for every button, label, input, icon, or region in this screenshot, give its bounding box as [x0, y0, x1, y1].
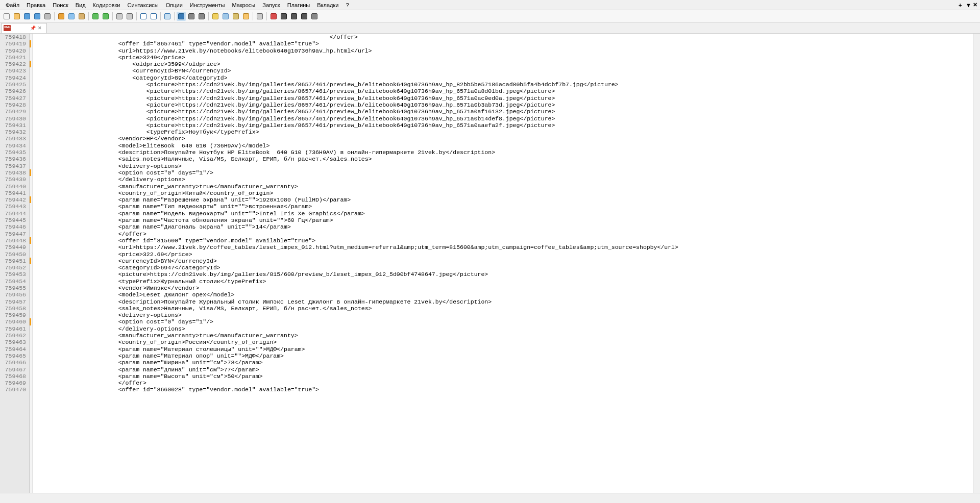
code-line[interactable]: <param name="Тип видеокарты" unit="">вст… [34, 203, 980, 210]
code-line[interactable]: </delivery-options> [34, 325, 980, 332]
code-line[interactable]: <param name="Частота обновления экрана" … [34, 217, 980, 223]
zoom-out-icon[interactable] [149, 12, 158, 21]
code-line[interactable]: <manufacturer_warranty>true</manufacture… [34, 332, 980, 339]
play-multi-icon[interactable] [300, 12, 309, 21]
menu-?[interactable]: ? [342, 1, 352, 9]
menu-опции[interactable]: Опции [162, 1, 186, 9]
code-line[interactable]: <url>https://www.21vek.by/notebooks/elit… [34, 47, 980, 54]
window-dropdown-button[interactable]: ▼ [964, 2, 971, 8]
lang-icon[interactable] [211, 12, 220, 21]
doc-map-icon[interactable] [221, 12, 230, 21]
code-line[interactable]: <picture>https://cdn21vek.by/img/galleri… [34, 115, 980, 122]
code-line[interactable]: <picture>https://cdn21vek.by/img/galleri… [34, 102, 980, 108]
indent-guide-icon[interactable] [197, 12, 206, 21]
paste-icon[interactable] [77, 12, 86, 21]
code-line[interactable]: <param name="Разрешение экрана" unit="">… [34, 196, 980, 203]
new-file-icon[interactable] [2, 12, 11, 21]
code-line[interactable]: </delivery-options> [34, 176, 980, 183]
zoom-in-icon[interactable] [139, 12, 148, 21]
menu-вид[interactable]: Вид [72, 1, 89, 9]
code-line[interactable]: <description>Покупайте Ноутбук HP EliteB… [34, 149, 980, 156]
menu-кодировки[interactable]: Кодировки [89, 1, 124, 9]
code-line[interactable]: <param name="Длина" unit="см">77</param> [34, 366, 980, 373]
monitor-icon[interactable] [255, 12, 264, 21]
code-line[interactable]: <model>EliteBook 640 G10 (736H9AV)</mode… [34, 142, 980, 149]
code-line[interactable]: <country_of_origin>Китай</country_of_ori… [34, 190, 980, 196]
find-icon[interactable] [115, 12, 124, 21]
func-list-icon[interactable] [231, 12, 240, 21]
code-line[interactable]: </offer> [34, 34, 980, 40]
open-file-icon[interactable] [12, 12, 21, 21]
code-line[interactable]: </offer> [34, 231, 980, 237]
code-line[interactable]: <picture>https://cdn21vek.by/img/galleri… [34, 95, 980, 102]
code-line[interactable]: <offer id="8657461" type="vendor.model" … [34, 40, 980, 47]
menu-инструменты[interactable]: Инструменты [186, 1, 229, 9]
menu-правка[interactable]: Правка [23, 1, 49, 9]
print-icon[interactable] [43, 12, 52, 21]
code-line[interactable]: <sales_notes>Наличные, Visa/MS, Белкарт,… [34, 156, 980, 162]
code-line[interactable]: <param name="Модель видеокарты" unit="">… [34, 210, 980, 217]
play-icon[interactable] [289, 12, 299, 21]
code-line[interactable]: <oldprice>3599</oldprice> [34, 61, 980, 67]
code-line[interactable]: <param name="Ширина" unit="см">78</param… [34, 359, 980, 366]
code-line[interactable]: <option cost="0" days="1"/> [34, 169, 980, 176]
menu-поиск[interactable]: Поиск [49, 1, 71, 9]
save-icon[interactable] [22, 12, 32, 21]
code-line[interactable]: <categoryId>6947</categoryId> [34, 264, 980, 271]
menu-плагины[interactable]: Плагины [284, 1, 314, 9]
undo-icon[interactable] [91, 12, 100, 21]
code-line[interactable]: <typePrefix>Журнальный столик</typePrefi… [34, 278, 980, 285]
wrap-icon[interactable] [177, 12, 186, 21]
code-line[interactable]: <param name="Материал столешницы" unit="… [34, 346, 980, 353]
code-line[interactable]: <offer id="8660028" type="vendor.model" … [34, 386, 980, 393]
code-line[interactable]: <currencyId>BYN</currencyId> [34, 258, 980, 264]
code-line[interactable]: <manufacturer_warranty>true</manufacture… [34, 183, 980, 190]
code-line[interactable]: <param name="Материал опор" unit="">МДФ<… [34, 353, 980, 359]
code-line[interactable]: <picture>https://cdn21vek.by/img/galleri… [34, 271, 980, 278]
code-line[interactable]: <param name="Диагональ экрана" unit="">1… [34, 223, 980, 230]
redo-icon[interactable] [101, 12, 110, 21]
code-line[interactable]: <picture>https://cdn21vek.by/img/galleri… [34, 122, 980, 129]
code-line[interactable]: <sales_notes>Наличные, Visa/MS, Белкарт,… [34, 305, 980, 312]
replace-icon[interactable] [125, 12, 134, 21]
window-close-button[interactable]: ✕ [971, 2, 978, 8]
save-all-icon[interactable] [33, 12, 42, 21]
vertical-scrollbar[interactable] [973, 34, 980, 493]
code-line[interactable]: <typePrefix>Ноутбук</typePrefix> [34, 129, 980, 135]
record-icon[interactable] [269, 12, 278, 21]
stop-icon[interactable] [279, 12, 288, 21]
code-line[interactable]: <vendor>Импэкс</vendor> [34, 285, 980, 291]
code-line[interactable]: </offer> [34, 380, 980, 386]
code-line[interactable]: <offer id="815600" type="vendor.model" a… [34, 237, 980, 244]
copy-icon[interactable] [67, 12, 76, 21]
menu-макросы[interactable]: Макросы [228, 1, 259, 9]
code-line[interactable]: <model>Leset Джилонг орех</model> [34, 291, 980, 298]
menu-файл[interactable]: Файл [2, 1, 23, 9]
sync-scroll-icon[interactable] [163, 12, 172, 21]
code-line[interactable]: <delivery-options> [34, 312, 980, 318]
folder-icon[interactable] [241, 12, 251, 21]
code-line[interactable]: <price>322.69</price> [34, 251, 980, 258]
code-line[interactable]: <picture>https://cdn21vek.by/img/galleri… [34, 88, 980, 94]
code-line[interactable]: <param name="Высота" unit="см">50</param… [34, 373, 980, 380]
code-line[interactable]: <currencyId>BYN</currencyId> [34, 67, 980, 74]
file-tab[interactable]: 📌 ✕ [1, 23, 47, 33]
code-line[interactable]: <option cost="0" days="1"/> [34, 318, 980, 325]
window-plus-button[interactable]: + [957, 2, 964, 8]
code-line[interactable]: <delivery-options> [34, 163, 980, 169]
tab-close-icon[interactable]: ✕ [37, 26, 42, 31]
cut-icon[interactable] [57, 12, 66, 21]
code-line[interactable]: <description>Покупайте Журнальный столик… [34, 298, 980, 305]
menu-запуск[interactable]: Запуск [259, 1, 283, 9]
menu-синтаксисы[interactable]: Синтаксисы [124, 1, 162, 9]
code-line[interactable]: <url>https://www.21vek.by/coffee_tables/… [34, 244, 980, 250]
code-line[interactable]: <picture>https://cdn21vek.by/img/galleri… [34, 81, 980, 88]
code-editor[interactable]: </offer> <offer id="8657461" type="vendo… [33, 34, 980, 493]
code-line[interactable]: <categoryId>89</categoryId> [34, 74, 980, 81]
code-line[interactable]: <country_of_origin>Россия</country_of_or… [34, 339, 980, 345]
tab-pin-icon[interactable]: 📌 [30, 26, 35, 31]
menu-вкладки[interactable]: Вкладки [313, 1, 342, 9]
all-chars-icon[interactable] [187, 12, 196, 21]
code-line[interactable]: <picture>https://cdn21vek.by/img/galleri… [34, 108, 980, 115]
save-macro-icon[interactable] [310, 12, 319, 21]
